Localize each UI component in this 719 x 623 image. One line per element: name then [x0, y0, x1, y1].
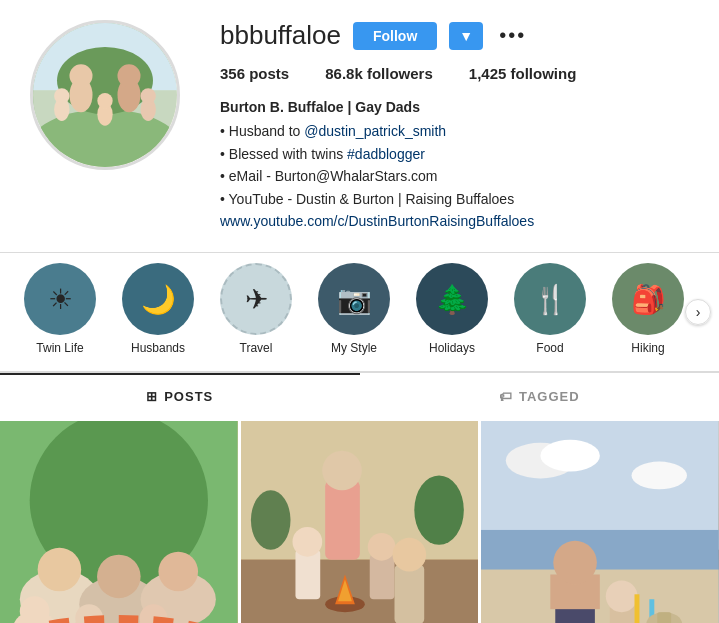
followers-count: 86.8k: [325, 65, 363, 82]
bio-url-link[interactable]: www.youtube.com/c/DustinBurtonRaisingBuf…: [220, 213, 534, 229]
posts-count: 356: [220, 65, 245, 82]
svg-point-38: [292, 527, 322, 557]
svg-rect-62: [658, 612, 672, 623]
bio-name: Burton B. Buffaloe | Gay Dads: [220, 96, 689, 118]
story-item-husbands[interactable]: 🌙Husbands: [118, 263, 198, 355]
profile-section: bbbuffaloe Follow ▼ ••• 356 posts 86.8k …: [0, 0, 719, 252]
bio-hashtag-link[interactable]: #dadblogger: [347, 146, 425, 162]
story-circle: 📷: [318, 263, 390, 335]
bio-line-1: • Husband to @dustin_patrick_smith: [220, 120, 689, 142]
story-circle: 🌙: [122, 263, 194, 335]
svg-point-17: [38, 548, 82, 592]
story-label: Travel: [240, 341, 273, 355]
svg-point-9: [54, 88, 69, 103]
story-item-holidays[interactable]: 🌲Holidays: [412, 263, 492, 355]
svg-point-33: [251, 491, 291, 550]
svg-point-13: [141, 88, 156, 103]
tabs-section: ⊞ POSTS 🏷 TAGGED: [0, 372, 719, 418]
username: bbbuffaloe: [220, 20, 341, 51]
following-stat[interactable]: 1,425 following: [469, 65, 577, 82]
svg-rect-32: [241, 560, 479, 623]
bio-section: Burton B. Buffaloe | Gay Dads • Husband …: [220, 96, 689, 232]
follow-dropdown-button[interactable]: ▼: [449, 22, 483, 50]
posts-stat: 356 posts: [220, 65, 289, 82]
following-label: following: [511, 65, 577, 82]
story-label: Holidays: [429, 341, 475, 355]
bio-handle-link[interactable]: @dustin_patrick_smith: [304, 123, 446, 139]
bio-line-4: • YouTube - Dustin & Burton | Raising Bu…: [220, 188, 689, 210]
story-circle: 🎒: [612, 263, 684, 335]
photo-grid: [0, 421, 719, 623]
story-label: Twin Life: [36, 341, 83, 355]
bio-line-3: • eMail - Burton@WhalarStars.com: [220, 165, 689, 187]
story-item-travel[interactable]: ✈Travel: [216, 263, 296, 355]
following-count: 1,425: [469, 65, 507, 82]
svg-point-7: [117, 64, 140, 87]
svg-point-19: [97, 555, 141, 599]
story-item-food[interactable]: 🍴Food: [510, 263, 590, 355]
avatar[interactable]: [30, 20, 180, 170]
posts-tab-icon: ⊞: [146, 389, 158, 404]
story-label: Husbands: [131, 341, 185, 355]
profile-info: bbbuffaloe Follow ▼ ••• 356 posts 86.8k …: [220, 20, 689, 232]
followers-stat[interactable]: 86.8k followers: [325, 65, 433, 82]
followers-label: followers: [367, 65, 433, 82]
posts-tab-label: POSTS: [164, 389, 213, 404]
tab-posts[interactable]: ⊞ POSTS: [0, 373, 360, 418]
photo-cell[interactable]: [0, 421, 238, 623]
story-circle: 🌲: [416, 263, 488, 335]
story-item-my-style[interactable]: 📷My Style: [314, 263, 394, 355]
svg-rect-35: [325, 481, 360, 560]
posts-label: posts: [249, 65, 289, 82]
story-circle: 🍴: [514, 263, 586, 335]
svg-point-11: [97, 93, 112, 108]
more-options-button[interactable]: •••: [495, 24, 530, 47]
svg-point-36: [322, 451, 362, 491]
story-label: My Style: [331, 341, 377, 355]
svg-point-56: [606, 581, 638, 613]
stories-section: ☀Twin Life🌙Husbands✈Travel📷My Style🌲Holi…: [0, 252, 719, 372]
svg-point-51: [632, 462, 687, 490]
svg-rect-44: [394, 565, 424, 623]
svg-point-50: [541, 440, 600, 472]
svg-point-21: [158, 552, 198, 592]
tagged-tab-icon: 🏷: [499, 389, 513, 404]
stories-container: ☀Twin Life🌙Husbands✈Travel📷My Style🌲Holi…: [20, 263, 699, 355]
photo-cell[interactable]: [241, 421, 479, 623]
bio-line-2: • Blessed with twins #dadblogger: [220, 143, 689, 165]
story-label: Hiking: [631, 341, 664, 355]
stories-next-button[interactable]: ›: [685, 299, 711, 325]
svg-point-34: [414, 476, 464, 545]
svg-point-45: [392, 538, 426, 572]
svg-rect-57: [635, 595, 640, 623]
story-item-twin-life[interactable]: ☀Twin Life: [20, 263, 100, 355]
story-circle: ☀: [24, 263, 96, 335]
svg-rect-39: [369, 555, 394, 600]
svg-rect-37: [295, 550, 320, 600]
story-circle: ✈: [220, 263, 292, 335]
tab-tagged[interactable]: 🏷 TAGGED: [360, 373, 720, 418]
svg-point-54: [554, 541, 598, 585]
avatar-image: [33, 23, 177, 167]
follow-button[interactable]: Follow: [353, 22, 437, 50]
photo-cell[interactable]: [481, 421, 719, 623]
tagged-tab-label: TAGGED: [519, 389, 580, 404]
svg-point-40: [367, 533, 395, 561]
story-item-hiking[interactable]: 🎒Hiking: [608, 263, 688, 355]
svg-point-5: [69, 64, 92, 87]
username-row: bbbuffaloe Follow ▼ •••: [220, 20, 689, 51]
stats-row: 356 posts 86.8k followers 1,425 followin…: [220, 65, 689, 82]
story-label: Food: [536, 341, 563, 355]
